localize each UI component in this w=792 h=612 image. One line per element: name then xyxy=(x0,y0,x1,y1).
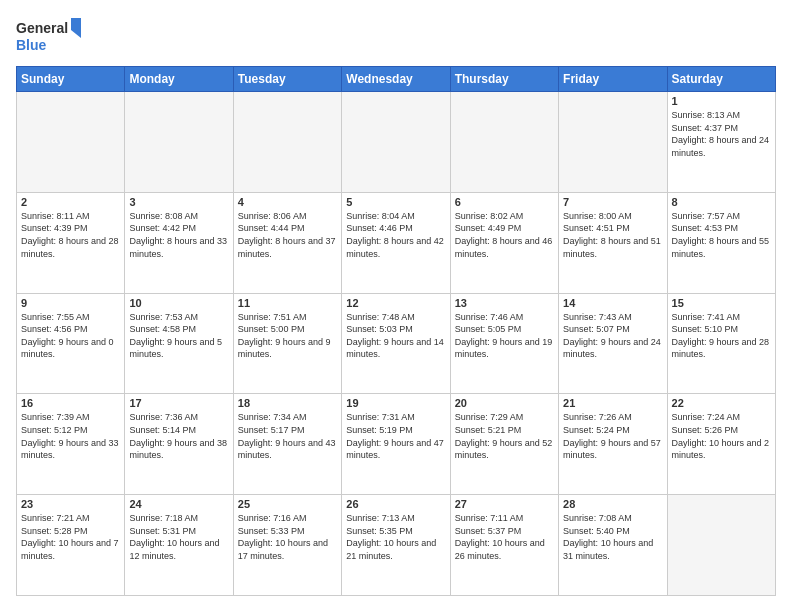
day-detail: Sunrise: 7:24 AMSunset: 5:26 PMDaylight:… xyxy=(672,411,771,461)
calendar-cell xyxy=(342,92,450,193)
calendar-cell xyxy=(559,92,667,193)
calendar-cell: 1Sunrise: 8:13 AMSunset: 4:37 PMDaylight… xyxy=(667,92,775,193)
calendar-cell: 4Sunrise: 8:06 AMSunset: 4:44 PMDaylight… xyxy=(233,192,341,293)
day-number: 23 xyxy=(21,498,120,510)
calendar-cell: 15Sunrise: 7:41 AMSunset: 5:10 PMDayligh… xyxy=(667,293,775,394)
calendar-cell: 8Sunrise: 7:57 AMSunset: 4:53 PMDaylight… xyxy=(667,192,775,293)
calendar-week-4: 16Sunrise: 7:39 AMSunset: 5:12 PMDayligh… xyxy=(17,394,776,495)
day-number: 12 xyxy=(346,297,445,309)
day-detail: Sunrise: 7:57 AMSunset: 4:53 PMDaylight:… xyxy=(672,210,771,260)
day-detail: Sunrise: 7:16 AMSunset: 5:33 PMDaylight:… xyxy=(238,512,337,562)
day-number: 5 xyxy=(346,196,445,208)
calendar-cell: 17Sunrise: 7:36 AMSunset: 5:14 PMDayligh… xyxy=(125,394,233,495)
day-number: 26 xyxy=(346,498,445,510)
svg-text:General: General xyxy=(16,20,68,36)
calendar-cell: 6Sunrise: 8:02 AMSunset: 4:49 PMDaylight… xyxy=(450,192,558,293)
day-number: 24 xyxy=(129,498,228,510)
page: GeneralBlue SundayMondayTuesdayWednesday… xyxy=(0,0,792,612)
logo-svg: GeneralBlue xyxy=(16,16,86,56)
calendar-header-row: SundayMondayTuesdayWednesdayThursdayFrid… xyxy=(17,67,776,92)
day-detail: Sunrise: 7:21 AMSunset: 5:28 PMDaylight:… xyxy=(21,512,120,562)
day-detail: Sunrise: 7:34 AMSunset: 5:17 PMDaylight:… xyxy=(238,411,337,461)
calendar-header-tuesday: Tuesday xyxy=(233,67,341,92)
calendar-table: SundayMondayTuesdayWednesdayThursdayFrid… xyxy=(16,66,776,596)
calendar-cell xyxy=(125,92,233,193)
calendar-header-wednesday: Wednesday xyxy=(342,67,450,92)
calendar-cell: 2Sunrise: 8:11 AMSunset: 4:39 PMDaylight… xyxy=(17,192,125,293)
calendar-header-friday: Friday xyxy=(559,67,667,92)
day-number: 27 xyxy=(455,498,554,510)
day-detail: Sunrise: 7:26 AMSunset: 5:24 PMDaylight:… xyxy=(563,411,662,461)
calendar-cell: 11Sunrise: 7:51 AMSunset: 5:00 PMDayligh… xyxy=(233,293,341,394)
day-number: 1 xyxy=(672,95,771,107)
calendar-cell: 16Sunrise: 7:39 AMSunset: 5:12 PMDayligh… xyxy=(17,394,125,495)
calendar-cell: 28Sunrise: 7:08 AMSunset: 5:40 PMDayligh… xyxy=(559,495,667,596)
day-detail: Sunrise: 8:00 AMSunset: 4:51 PMDaylight:… xyxy=(563,210,662,260)
calendar-cell xyxy=(667,495,775,596)
day-detail: Sunrise: 7:39 AMSunset: 5:12 PMDaylight:… xyxy=(21,411,120,461)
calendar-cell: 13Sunrise: 7:46 AMSunset: 5:05 PMDayligh… xyxy=(450,293,558,394)
day-detail: Sunrise: 7:55 AMSunset: 4:56 PMDaylight:… xyxy=(21,311,120,361)
calendar-week-5: 23Sunrise: 7:21 AMSunset: 5:28 PMDayligh… xyxy=(17,495,776,596)
day-number: 10 xyxy=(129,297,228,309)
calendar-header-thursday: Thursday xyxy=(450,67,558,92)
day-detail: Sunrise: 8:11 AMSunset: 4:39 PMDaylight:… xyxy=(21,210,120,260)
day-number: 22 xyxy=(672,397,771,409)
day-detail: Sunrise: 7:08 AMSunset: 5:40 PMDaylight:… xyxy=(563,512,662,562)
calendar-cell: 27Sunrise: 7:11 AMSunset: 5:37 PMDayligh… xyxy=(450,495,558,596)
day-number: 20 xyxy=(455,397,554,409)
svg-text:Blue: Blue xyxy=(16,37,47,53)
calendar-week-3: 9Sunrise: 7:55 AMSunset: 4:56 PMDaylight… xyxy=(17,293,776,394)
calendar-header-monday: Monday xyxy=(125,67,233,92)
day-detail: Sunrise: 7:43 AMSunset: 5:07 PMDaylight:… xyxy=(563,311,662,361)
day-number: 2 xyxy=(21,196,120,208)
day-detail: Sunrise: 8:08 AMSunset: 4:42 PMDaylight:… xyxy=(129,210,228,260)
svg-marker-2 xyxy=(71,18,81,38)
day-detail: Sunrise: 8:13 AMSunset: 4:37 PMDaylight:… xyxy=(672,109,771,159)
calendar-cell xyxy=(450,92,558,193)
day-number: 7 xyxy=(563,196,662,208)
calendar-cell xyxy=(233,92,341,193)
day-number: 13 xyxy=(455,297,554,309)
calendar-header-saturday: Saturday xyxy=(667,67,775,92)
day-detail: Sunrise: 7:46 AMSunset: 5:05 PMDaylight:… xyxy=(455,311,554,361)
calendar-cell: 26Sunrise: 7:13 AMSunset: 5:35 PMDayligh… xyxy=(342,495,450,596)
calendar-cell: 10Sunrise: 7:53 AMSunset: 4:58 PMDayligh… xyxy=(125,293,233,394)
day-number: 9 xyxy=(21,297,120,309)
day-detail: Sunrise: 7:53 AMSunset: 4:58 PMDaylight:… xyxy=(129,311,228,361)
calendar-cell: 9Sunrise: 7:55 AMSunset: 4:56 PMDaylight… xyxy=(17,293,125,394)
day-detail: Sunrise: 7:41 AMSunset: 5:10 PMDaylight:… xyxy=(672,311,771,361)
day-number: 11 xyxy=(238,297,337,309)
header: GeneralBlue xyxy=(16,16,776,56)
day-detail: Sunrise: 7:36 AMSunset: 5:14 PMDaylight:… xyxy=(129,411,228,461)
day-detail: Sunrise: 8:06 AMSunset: 4:44 PMDaylight:… xyxy=(238,210,337,260)
day-number: 16 xyxy=(21,397,120,409)
calendar-cell: 25Sunrise: 7:16 AMSunset: 5:33 PMDayligh… xyxy=(233,495,341,596)
calendar-cell: 22Sunrise: 7:24 AMSunset: 5:26 PMDayligh… xyxy=(667,394,775,495)
calendar-cell: 12Sunrise: 7:48 AMSunset: 5:03 PMDayligh… xyxy=(342,293,450,394)
day-detail: Sunrise: 7:18 AMSunset: 5:31 PMDaylight:… xyxy=(129,512,228,562)
day-number: 18 xyxy=(238,397,337,409)
day-number: 15 xyxy=(672,297,771,309)
calendar-cell xyxy=(17,92,125,193)
calendar-header-sunday: Sunday xyxy=(17,67,125,92)
day-detail: Sunrise: 8:04 AMSunset: 4:46 PMDaylight:… xyxy=(346,210,445,260)
day-detail: Sunrise: 7:31 AMSunset: 5:19 PMDaylight:… xyxy=(346,411,445,461)
day-number: 21 xyxy=(563,397,662,409)
day-detail: Sunrise: 8:02 AMSunset: 4:49 PMDaylight:… xyxy=(455,210,554,260)
day-number: 25 xyxy=(238,498,337,510)
calendar-cell: 3Sunrise: 8:08 AMSunset: 4:42 PMDaylight… xyxy=(125,192,233,293)
calendar-cell: 20Sunrise: 7:29 AMSunset: 5:21 PMDayligh… xyxy=(450,394,558,495)
calendar-cell: 18Sunrise: 7:34 AMSunset: 5:17 PMDayligh… xyxy=(233,394,341,495)
day-number: 6 xyxy=(455,196,554,208)
day-number: 4 xyxy=(238,196,337,208)
calendar-cell: 19Sunrise: 7:31 AMSunset: 5:19 PMDayligh… xyxy=(342,394,450,495)
calendar-cell: 7Sunrise: 8:00 AMSunset: 4:51 PMDaylight… xyxy=(559,192,667,293)
day-number: 3 xyxy=(129,196,228,208)
calendar-week-1: 1Sunrise: 8:13 AMSunset: 4:37 PMDaylight… xyxy=(17,92,776,193)
logo: GeneralBlue xyxy=(16,16,86,56)
day-number: 8 xyxy=(672,196,771,208)
calendar-cell: 5Sunrise: 8:04 AMSunset: 4:46 PMDaylight… xyxy=(342,192,450,293)
day-detail: Sunrise: 7:11 AMSunset: 5:37 PMDaylight:… xyxy=(455,512,554,562)
calendar-week-2: 2Sunrise: 8:11 AMSunset: 4:39 PMDaylight… xyxy=(17,192,776,293)
